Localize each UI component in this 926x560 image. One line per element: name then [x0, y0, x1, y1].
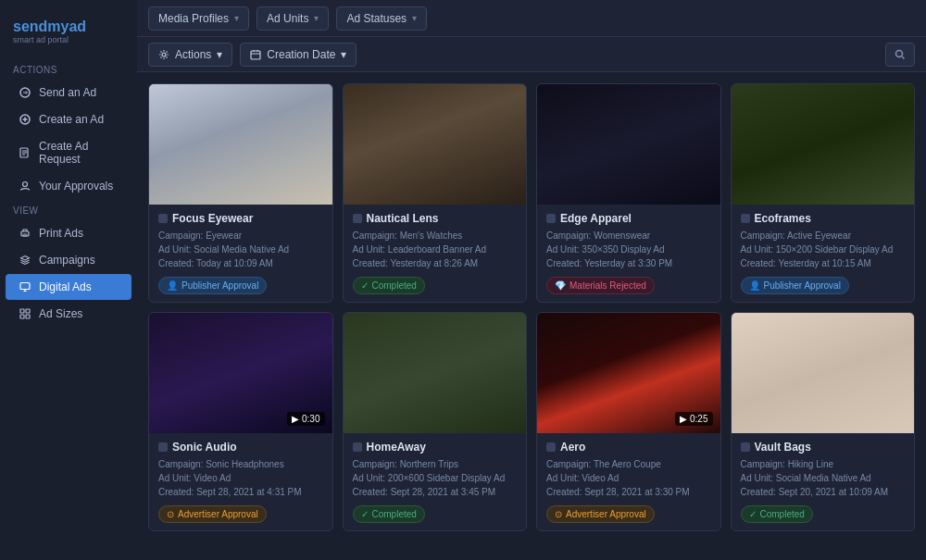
card-ecoframes[interactable]: Ecoframes Campaign: Active Eyewear Ad Un…	[731, 83, 916, 303]
svg-rect-7	[20, 309, 24, 313]
svg-rect-10	[26, 315, 30, 318]
chevron-down-icon: ▾	[234, 13, 239, 23]
logo-tagline: smart ad portal	[13, 35, 124, 44]
badge-label: Publisher Approval	[181, 280, 258, 291]
badge-icon: 💎	[555, 280, 566, 291]
main-content: Media Profiles ▾ Ad Units ▾ Ad Statuses …	[137, 0, 926, 560]
svg-rect-8	[26, 309, 30, 313]
badge-label: Advertiser Approval	[566, 509, 646, 519]
search-icon	[895, 49, 906, 60]
card-checkbox[interactable]	[353, 214, 362, 223]
card-image	[344, 84, 527, 205]
sidebar-item-print-ads[interactable]: Print Ads	[6, 220, 131, 246]
card-title-text: Sonic Audio	[172, 441, 237, 454]
card-checkbox[interactable]	[741, 442, 750, 452]
status-badge: 👤 Publisher Approval	[158, 277, 267, 294]
card-checkbox[interactable]	[158, 214, 168, 223]
actions-button[interactable]: Actions ▾	[148, 43, 232, 67]
card-checkbox[interactable]	[158, 442, 168, 452]
media-profiles-label: Media Profiles	[158, 12, 229, 25]
card-homeaway[interactable]: HomeAway Campaign: Northern Trips Ad Uni…	[343, 312, 528, 531]
sidebar: sendmyad smart ad portal Actions Send an…	[0, 0, 137, 560]
search-button[interactable]	[885, 43, 915, 67]
card-meta: Campaign: Womenswear Ad Unit: 350×350 Di…	[546, 229, 711, 270]
view-section-label: View	[0, 200, 137, 219]
svg-point-3	[23, 182, 28, 187]
sidebar-item-send-an-ad[interactable]: Send an Ad	[6, 80, 131, 106]
layers-icon	[19, 254, 31, 267]
card-image	[732, 313, 915, 433]
monitor-icon	[19, 280, 31, 293]
card-title: Sonic Audio	[158, 441, 323, 454]
card-title: Vault Bags	[741, 441, 906, 454]
badge-icon: ✓	[749, 509, 757, 519]
sidebar-item-label: Digital Ads	[39, 280, 92, 293]
card-checkbox[interactable]	[546, 442, 556, 452]
chevron-down-icon: ▾	[341, 48, 346, 61]
card-body: Focus Eyewear Campaign: Eyewear Ad Unit:…	[149, 205, 332, 302]
badge-icon: ⊙	[555, 509, 562, 519]
status-badge: ⊙ Advertiser Approval	[546, 505, 655, 523]
card-image	[537, 84, 720, 205]
card-body: Aero Campaign: The Aero Coupe Ad Unit: V…	[537, 433, 720, 530]
card-title-text: Vault Bags	[755, 441, 811, 454]
sidebar-item-label: Campaigns	[39, 254, 95, 267]
toolbar: Actions ▾ Creation Date ▾	[137, 37, 926, 72]
sidebar-item-digital-ads[interactable]: Digital Ads	[6, 274, 131, 300]
svg-point-13	[896, 50, 903, 56]
sidebar-item-label: Print Ads	[39, 227, 83, 240]
sidebar-item-ad-sizes[interactable]: Ad Sizes	[6, 301, 131, 327]
svg-rect-9	[20, 315, 24, 318]
card-title-text: HomeAway	[367, 441, 426, 454]
ad-units-filter[interactable]: Ad Units ▾	[257, 6, 329, 31]
card-focus-eyewear[interactable]: Focus Eyewear Campaign: Eyewear Ad Unit:…	[148, 83, 333, 303]
card-image	[732, 84, 915, 205]
media-profiles-filter[interactable]: Media Profiles ▾	[148, 6, 249, 31]
sidebar-item-label: Send an Ad	[39, 86, 96, 99]
status-badge: ✓ Completed	[353, 505, 425, 523]
edit-icon	[19, 146, 31, 159]
sidebar-item-create-ad-request[interactable]: Create Ad Request	[6, 133, 131, 172]
logo-text: sendmyad	[13, 19, 124, 35]
card-title-text: Ecoframes	[755, 212, 811, 225]
badge-icon: ⊙	[167, 509, 174, 519]
ad-statuses-filter[interactable]: Ad Statuses ▾	[336, 6, 427, 31]
user-icon	[19, 180, 31, 193]
sidebar-item-label: Your Approvals	[39, 180, 113, 193]
card-title: HomeAway	[353, 441, 518, 454]
plus-circle-icon	[19, 113, 31, 126]
badge-icon: 👤	[167, 280, 178, 291]
card-image: ▶ 0:25	[537, 313, 720, 433]
card-sonic-audio[interactable]: ▶ 0:30 Sonic Audio Campaign: Sonic Headp…	[148, 312, 333, 531]
sidebar-item-label: Create Ad Request	[39, 140, 119, 166]
card-image: ▶ 0:30	[149, 313, 332, 433]
creation-date-button[interactable]: Creation Date ▾	[240, 43, 357, 67]
chevron-down-icon: ▾	[217, 48, 222, 61]
card-vault-bags[interactable]: Vault Bags Campaign: Hiking Line Ad Unit…	[731, 312, 916, 531]
gear-icon	[158, 49, 169, 60]
card-checkbox[interactable]	[741, 214, 750, 223]
card-nautical-lens[interactable]: Nautical Lens Campaign: Men's Watches Ad…	[343, 83, 528, 303]
badge-label: Materials Rejected	[569, 280, 646, 291]
card-checkbox[interactable]	[353, 442, 362, 452]
svg-rect-12	[251, 51, 260, 59]
card-title-text: Nautical Lens	[367, 212, 439, 225]
card-body: Ecoframes Campaign: Active Eyewear Ad Un…	[732, 205, 915, 302]
sidebar-item-create-an-ad[interactable]: Create an Ad	[6, 106, 131, 132]
card-meta: Campaign: Northern Trips Ad Unit: 200×60…	[353, 457, 518, 499]
cards-grid: Focus Eyewear Campaign: Eyewear Ad Unit:…	[148, 83, 915, 531]
card-edge-apparel[interactable]: Edge Apparel Campaign: Womenswear Ad Uni…	[536, 83, 721, 303]
sidebar-item-campaigns[interactable]: Campaigns	[6, 247, 131, 273]
card-title: Nautical Lens	[353, 212, 518, 225]
card-body: HomeAway Campaign: Northern Trips Ad Uni…	[344, 433, 527, 530]
chevron-down-icon: ▾	[412, 13, 417, 23]
badge-label: Advertiser Approval	[178, 509, 258, 519]
card-meta: Campaign: Sonic Headphones Ad Unit: Vide…	[158, 457, 323, 499]
badge-label: Completed	[760, 509, 805, 519]
card-checkbox[interactable]	[546, 214, 556, 223]
card-body: Sonic Audio Campaign: Sonic Headphones A…	[149, 433, 332, 530]
card-body: Nautical Lens Campaign: Men's Watches Ad…	[344, 205, 527, 302]
card-aero[interactable]: ▶ 0:25 Aero Campaign: The Aero Coupe Ad …	[536, 312, 721, 531]
badge-label: Completed	[372, 509, 417, 519]
sidebar-item-your-approvals[interactable]: Your Approvals	[6, 173, 131, 199]
